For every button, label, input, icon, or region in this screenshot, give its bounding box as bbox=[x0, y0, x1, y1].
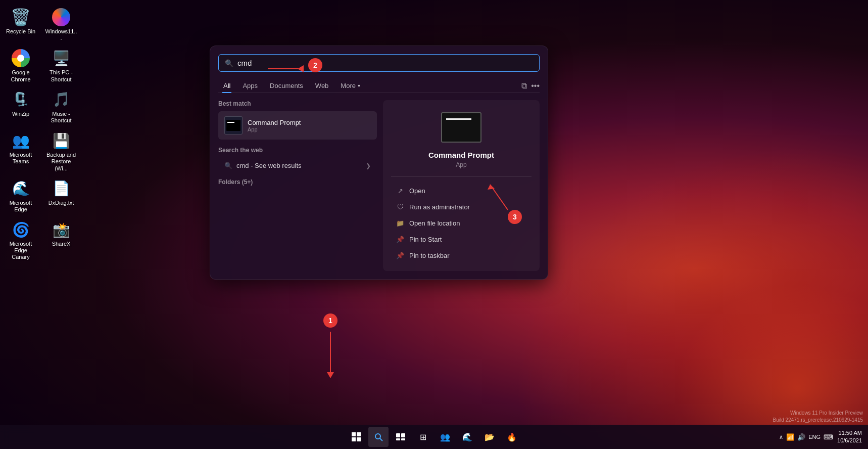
desktop-icon-teams[interactable]: 👥 Microsoft Teams bbox=[3, 128, 39, 174]
divider bbox=[391, 176, 532, 177]
action-open-label: Open bbox=[409, 187, 425, 195]
desktop-icon-chrome[interactable]: Google Chrome bbox=[3, 46, 39, 84]
eval-line2: Build 22471.rs_prerelease.210929-1415 bbox=[773, 417, 863, 424]
best-match-sub: App bbox=[248, 126, 301, 132]
svg-rect-3 bbox=[357, 432, 361, 436]
web-search-left: 🔍 cmd - See web results bbox=[224, 162, 302, 169]
chevron-up-icon[interactable]: ∧ bbox=[779, 434, 783, 440]
other-taskbar-button[interactable]: 🔥 bbox=[502, 427, 522, 447]
dxdiag-label: DxDiag.txt bbox=[49, 200, 74, 206]
action-pin-start[interactable]: 📌 Pin to Start bbox=[391, 232, 532, 247]
action-pin-taskbar[interactable]: 📌 Pin to taskbar bbox=[391, 248, 532, 263]
search-button[interactable] bbox=[368, 427, 389, 447]
music-label: Music - Shortcut bbox=[45, 111, 77, 124]
taskbar: ⊞ 👥 🌊 📂 🔥 ∧ 📶 🔊 ENG ⌨ 11:50 AM 10/6/20 bbox=[0, 425, 868, 449]
taskbar-center: ⊞ 👥 🌊 📂 🔥 bbox=[346, 427, 522, 447]
web-chevron-icon: ❯ bbox=[366, 162, 371, 169]
thispc-icon: 🖥️ bbox=[51, 48, 71, 68]
desktop-icon-edge-canary[interactable]: 🌀 Microsoft Edge Canary bbox=[3, 217, 39, 263]
windows11-icon bbox=[51, 7, 71, 27]
tab-apps[interactable]: Apps bbox=[237, 80, 263, 92]
thispc-label: This PC - Shortcut bbox=[45, 69, 77, 82]
taskbar-clock[interactable]: 11:50 AM 10/6/2021 bbox=[837, 429, 862, 445]
dxdiag-icon: 📄 bbox=[51, 178, 71, 199]
edge-taskbar-button[interactable]: 🌊 bbox=[457, 427, 477, 447]
desktop-icon-windows11[interactable]: Windows11... bbox=[43, 5, 79, 43]
taskbar-date: 10/6/2021 bbox=[837, 437, 862, 444]
search-left-panel: Best match Command Prompt App Search the… bbox=[218, 100, 377, 271]
share-icon[interactable]: ⧉ bbox=[521, 81, 527, 91]
backup-icon: 💾 bbox=[51, 130, 71, 151]
folder-icon: 📁 bbox=[396, 219, 404, 227]
backup-label: Backup and Restore (Wi... bbox=[45, 152, 77, 172]
eval-text: Windows 11 Pro Insider Preview Build 224… bbox=[773, 410, 863, 424]
svg-rect-9 bbox=[401, 433, 405, 437]
svg-rect-4 bbox=[352, 437, 356, 441]
desktop-icon-sharex[interactable]: 📸 ShareX bbox=[43, 217, 79, 263]
best-match-item[interactable]: Command Prompt App bbox=[218, 111, 377, 140]
volume-icon[interactable]: 🔊 bbox=[797, 433, 805, 441]
taskbar-time: 11:50 AM bbox=[837, 429, 862, 437]
task-view-button[interactable] bbox=[391, 427, 411, 447]
action-fileloc-label: Open file location bbox=[409, 219, 460, 227]
start-button[interactable] bbox=[346, 427, 366, 447]
tab-more[interactable]: More ▾ bbox=[335, 80, 365, 92]
desktop-icon-recycle-bin[interactable]: 🗑️ Recycle Bin bbox=[3, 5, 39, 43]
edge-icon: 🌊 bbox=[11, 178, 31, 199]
tab-web[interactable]: Web bbox=[310, 80, 334, 92]
cmd-icon-inner bbox=[226, 120, 240, 131]
svg-point-6 bbox=[375, 434, 380, 439]
search-box[interactable]: 🔍 cmd bbox=[218, 54, 540, 72]
desktop-icon-edge[interactable]: 🌊 Microsoft Edge bbox=[3, 176, 39, 215]
svg-rect-2 bbox=[352, 432, 356, 436]
desktop-icon-dxdiag[interactable]: 📄 DxDiag.txt bbox=[43, 176, 79, 215]
web-search-query: cmd - See web results bbox=[236, 162, 302, 169]
edge-canary-label: Microsoft Edge Canary bbox=[5, 241, 37, 261]
winzip-icon: 🗜️ bbox=[11, 89, 31, 110]
tab-all[interactable]: All bbox=[218, 80, 235, 92]
desktop-icon-music[interactable]: 🎵 Music - Shortcut bbox=[43, 87, 79, 126]
music-icon: 🎵 bbox=[51, 89, 71, 110]
pin-start-icon: 📌 bbox=[396, 235, 404, 243]
explorer-taskbar-button[interactable]: 📂 bbox=[479, 427, 500, 447]
lang-indicator[interactable]: ENG bbox=[808, 434, 821, 440]
search-actions: ⧉ ••• bbox=[521, 81, 540, 91]
web-search-item[interactable]: 🔍 cmd - See web results ❯ bbox=[218, 158, 377, 173]
desktop-icon-backup[interactable]: 💾 Backup and Restore (Wi... bbox=[43, 128, 79, 174]
edge-label: Microsoft Edge bbox=[5, 200, 37, 213]
desktop-icon-winzip[interactable]: 🗜️ WinZip bbox=[3, 87, 39, 126]
winzip-label: WinZip bbox=[12, 111, 29, 117]
desktop-icon-thispc[interactable]: 🖥️ This PC - Shortcut bbox=[43, 46, 79, 84]
action-run-admin[interactable]: 🛡 Run as administrator bbox=[391, 199, 532, 214]
open-icon: ↗ bbox=[396, 187, 404, 195]
cmd-preview-icon bbox=[441, 112, 481, 143]
eval-line1: Windows 11 Pro Insider Preview bbox=[773, 410, 863, 417]
svg-rect-8 bbox=[396, 433, 400, 437]
desktop-icons: 🗑️ Recycle Bin Windows11... Google Chrom… bbox=[0, 3, 83, 265]
teams-taskbar-button[interactable]: 👥 bbox=[435, 427, 455, 447]
more-options-icon[interactable]: ••• bbox=[531, 81, 540, 91]
preview-title: Command Prompt bbox=[428, 151, 494, 159]
taskbar-right: ∧ 📶 🔊 ENG ⌨ 11:50 AM 10/6/2021 bbox=[779, 429, 868, 445]
action-admin-label: Run as administrator bbox=[409, 203, 470, 211]
search-right-panel: Command Prompt App ↗ Open 🛡 Run as admin… bbox=[383, 100, 540, 271]
network-icon[interactable]: 📶 bbox=[786, 433, 794, 441]
keyboard-icon[interactable]: ⌨ bbox=[824, 433, 833, 441]
web-search-icon: 🔍 bbox=[224, 162, 232, 169]
tab-documents[interactable]: Documents bbox=[265, 80, 308, 92]
action-pinstart-label: Pin to Start bbox=[409, 236, 442, 243]
search-input[interactable]: cmd bbox=[237, 59, 533, 67]
recycle-bin-icon: 🗑️ bbox=[11, 7, 31, 27]
action-file-location[interactable]: 📁 Open file location bbox=[391, 215, 532, 231]
folders-title: Folders (5+) bbox=[218, 178, 377, 186]
svg-rect-10 bbox=[396, 438, 400, 440]
search-content: Best match Command Prompt App Search the… bbox=[218, 100, 540, 271]
svg-rect-11 bbox=[401, 438, 405, 440]
admin-icon: 🛡 bbox=[396, 203, 404, 211]
chrome-icon bbox=[11, 48, 31, 68]
widgets-button[interactable]: ⊞ bbox=[413, 427, 433, 447]
action-open[interactable]: ↗ Open bbox=[391, 183, 532, 198]
best-match-title: Best match bbox=[218, 100, 377, 107]
search-icon: 🔍 bbox=[225, 59, 233, 67]
cmd-icon bbox=[224, 116, 243, 134]
